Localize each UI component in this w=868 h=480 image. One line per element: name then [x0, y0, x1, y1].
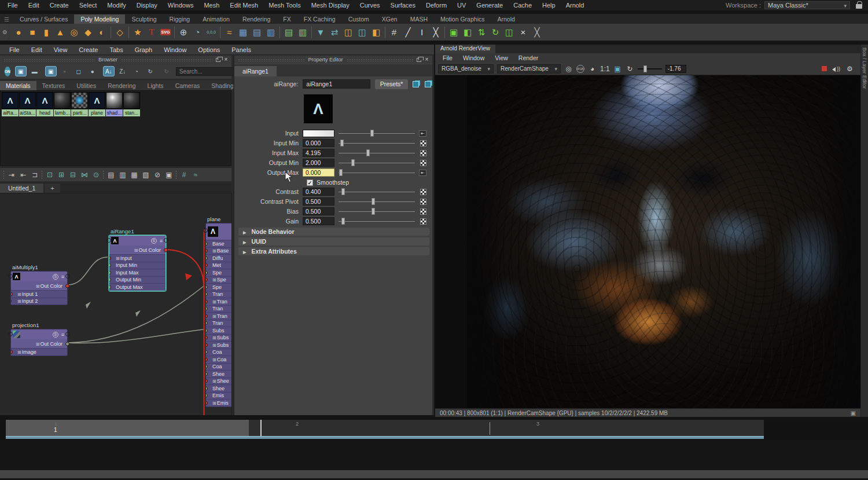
frame-selection-icon[interactable]: ▣ [164, 170, 174, 180]
output-max-slider[interactable] [339, 168, 415, 177]
node-projection1[interactable]: projection1 Out Color Image [10, 329, 68, 356]
search-nodes-icon[interactable]: ⊘ [152, 170, 163, 180]
super-shape-icon[interactable]: ★ [131, 25, 145, 39]
menu-uv[interactable]: UV [452, 2, 471, 9]
node-input-row[interactable]: Tran [206, 305, 232, 313]
node-header[interactable] [11, 329, 67, 339]
out-color-port[interactable] [65, 284, 69, 288]
shelf-tab-rigging[interactable]: Rigging [163, 14, 197, 24]
swatch-render-on-button[interactable]: ON [5, 67, 10, 76]
input-port[interactable] [206, 394, 208, 398]
node-header[interactable] [206, 223, 232, 240]
menu-mesh-display[interactable]: Mesh Display [306, 2, 355, 9]
connection-icon[interactable] [419, 170, 426, 176]
expand-icon[interactable] [116, 255, 120, 261]
slider-handle[interactable] [339, 169, 343, 176]
input-port[interactable] [206, 357, 208, 361]
contrast-pivot-field[interactable]: 0.500 [303, 197, 334, 206]
open-window-icon[interactable] [425, 80, 432, 87]
expand-rows-icon[interactable] [61, 274, 64, 280]
hs-menu-file[interactable]: File [3, 46, 25, 53]
combine-mesh-icon[interactable]: ◫ [341, 25, 355, 39]
property-editor-header[interactable]: Property Editor [234, 56, 432, 64]
poly-torus-icon[interactable]: ◎ [67, 25, 81, 39]
expand-icon[interactable] [212, 342, 217, 348]
expand-icon[interactable] [17, 291, 22, 297]
connection-icon[interactable] [419, 130, 426, 137]
expand-icon[interactable] [212, 313, 217, 319]
menu-mesh-tools[interactable]: Mesh Tools [263, 2, 306, 9]
show-in-lookdev-icon[interactable] [413, 80, 420, 87]
tab-materials[interactable]: Materials [0, 81, 36, 90]
input-port[interactable] [206, 343, 208, 347]
map-button-icon[interactable] [420, 140, 426, 146]
remove-nodes-icon[interactable]: ⊟ [68, 170, 78, 180]
slider-handle[interactable] [370, 130, 374, 137]
shelf-menu-icon[interactable]: ☰ [0, 16, 13, 24]
node-input-row[interactable]: Output Max [109, 283, 165, 291]
layout-full-icon[interactable]: ▦ [129, 170, 139, 180]
refresh-swatches-button[interactable]: ↻ [145, 66, 156, 76]
hs-menu-graph[interactable]: Graph [129, 46, 159, 53]
input-port[interactable] [206, 256, 208, 260]
map-button-icon[interactable] [420, 208, 426, 215]
node-input-row[interactable]: Spe [206, 269, 232, 276]
shelf-tab-fx[interactable]: FX [277, 14, 297, 24]
menu-select[interactable]: Select [74, 2, 102, 9]
tab-textures[interactable]: Textures [36, 81, 71, 90]
exposure-value-field[interactable]: -1.76 [665, 65, 686, 73]
menu-help[interactable]: Help [537, 2, 561, 9]
hs-menu-edit[interactable]: Edit [25, 46, 48, 53]
node-port[interactable] [8, 274, 13, 279]
section-uuid[interactable]: UUID [238, 237, 429, 246]
playback-highlight-block[interactable] [6, 420, 249, 436]
node-input-row[interactable]: Input 1 [11, 290, 67, 298]
rv-menu-file[interactable]: File [437, 54, 458, 61]
float-panel-icon[interactable] [417, 58, 421, 62]
uv-grid-icon[interactable]: ▦ [236, 25, 250, 39]
input-port[interactable] [109, 256, 111, 260]
node-input-row[interactable]: Met [206, 262, 232, 269]
shelf-tab-animation[interactable]: Animation [196, 14, 236, 24]
node-input-row[interactable]: Diffu [206, 254, 232, 262]
node-input-row[interactable]: Tran [206, 298, 232, 305]
node-input-row[interactable]: Subs [206, 341, 232, 349]
gain-field[interactable]: 0.500 [303, 217, 334, 225]
expand-rows-icon[interactable] [160, 238, 163, 244]
current-time-marker[interactable] [260, 420, 262, 436]
shelf-tab-custom[interactable]: Custom [342, 14, 376, 24]
measure-distance-icon[interactable]: ⊕ [176, 25, 190, 39]
node-input-row[interactable]: Shee [206, 384, 232, 392]
input-port[interactable] [206, 328, 208, 332]
node-input-row[interactable]: Input Max [109, 269, 165, 276]
sculpt-layers-icon[interactable]: ≈ [222, 25, 236, 39]
add-graph-tab-button[interactable]: + [45, 184, 60, 193]
crop-region-icon[interactable]: ▣ [613, 65, 622, 73]
rv-menu-window[interactable]: Window [458, 54, 490, 61]
menu-display[interactable]: Display [131, 2, 163, 9]
input-port[interactable] [206, 379, 208, 383]
slider-handle[interactable] [341, 188, 345, 195]
menu-cache[interactable]: Cache [508, 2, 537, 9]
menu-edit-mesh[interactable]: Edit Mesh [225, 2, 263, 9]
input-port[interactable] [206, 314, 208, 318]
out-color-port[interactable] [65, 342, 69, 346]
input-slider[interactable] [339, 129, 415, 137]
input-port[interactable] [206, 263, 208, 268]
render-region-icon[interactable]: ◎ [564, 65, 573, 73]
node-input-row[interactable]: Input [109, 254, 165, 262]
slider-handle[interactable] [351, 159, 355, 166]
layout-custom-icon[interactable]: ▧ [141, 170, 151, 180]
material-swatch[interactable]: stan... [123, 92, 140, 116]
poly-cube-icon[interactable]: ■ [25, 25, 39, 39]
uv-snapshot-icon[interactable]: ▤ [250, 25, 264, 39]
aov-dropdown[interactable]: RGBA_denoise [438, 64, 494, 74]
expand-icon[interactable] [17, 349, 22, 355]
toolbar-grip[interactable] [3, 170, 5, 179]
node-input-row[interactable]: Emis [206, 392, 232, 400]
platonic-solid-icon[interactable]: ◇ [113, 25, 127, 39]
quad-draw-icon[interactable]: I [415, 25, 429, 39]
slider-handle[interactable] [643, 65, 647, 72]
input-port[interactable] [109, 263, 111, 268]
node-input-row[interactable]: Tran [206, 291, 232, 298]
